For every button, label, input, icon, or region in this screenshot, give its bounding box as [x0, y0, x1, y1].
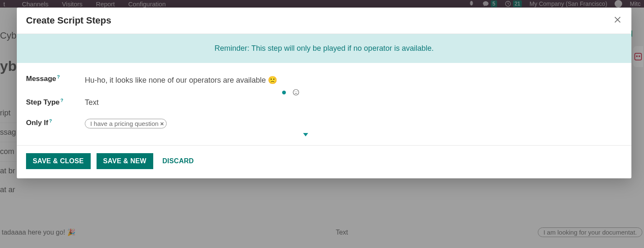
svg-point-1: [293, 89, 299, 95]
save-new-button[interactable]: Save & New: [97, 153, 153, 169]
row-only-if: Only If? I have a pricing question ×: [26, 119, 622, 128]
help-icon[interactable]: ?: [57, 74, 60, 79]
step-type-value: Text: [85, 98, 99, 107]
save-close-button[interactable]: Save & Close: [26, 153, 91, 169]
label-step-type-text: Step Type: [26, 98, 60, 106]
close-button[interactable]: [613, 15, 622, 26]
form-area: Message? Hu-ho, it looks like none of ou…: [17, 63, 631, 145]
message-field[interactable]: Hu-ho, it looks like none of our operato…: [85, 75, 303, 86]
create-script-step-dialog: Create Script Steps Reminder: This step …: [17, 8, 631, 178]
label-message: Message?: [26, 75, 76, 83]
reminder-banner: Reminder: This step will only be played …: [17, 34, 631, 63]
dialog-footer: Save & Close Save & New Discard: [17, 145, 631, 178]
row-step-type: Step Type? Text: [26, 98, 622, 107]
tag-remove-button[interactable]: ×: [160, 120, 164, 127]
dialog-header: Create Script Steps: [17, 8, 631, 34]
dialog-title: Create Script Steps: [26, 15, 111, 26]
svg-point-3: [297, 91, 298, 92]
discard-button[interactable]: Discard: [159, 153, 197, 169]
help-icon[interactable]: ?: [60, 98, 63, 103]
only-if-tag-label: I have a pricing question: [90, 120, 159, 127]
only-if-tag[interactable]: I have a pricing question ×: [85, 119, 167, 128]
smile-icon: [292, 89, 300, 96]
step-type-field[interactable]: Text: [85, 98, 622, 107]
dropdown-caret-icon[interactable]: [303, 133, 308, 136]
label-message-text: Message: [26, 75, 56, 83]
label-only-if-text: Only If: [26, 119, 48, 127]
label-step-type: Step Type?: [26, 98, 76, 107]
only-if-field[interactable]: I have a pricing question ×: [85, 119, 622, 128]
svg-point-2: [295, 91, 296, 92]
close-icon: [613, 15, 622, 24]
help-icon[interactable]: ?: [49, 118, 52, 123]
row-message: Message? Hu-ho, it looks like none of ou…: [26, 75, 622, 86]
text-cursor-icon: [282, 91, 286, 94]
label-only-if: Only If?: [26, 119, 76, 127]
message-value: Hu-ho, it looks like none of our operato…: [85, 76, 277, 84]
